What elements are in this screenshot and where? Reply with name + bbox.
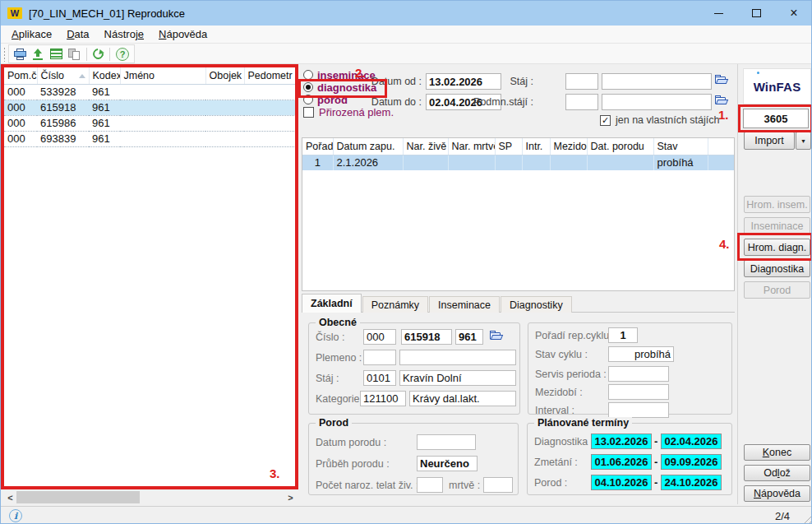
tab-diagnostiky[interactable]: Diagnostiky: [501, 296, 572, 313]
col-kodex[interactable]: Kodex: [89, 67, 120, 84]
scrollbar-thumb[interactable]: [16, 491, 140, 503]
konec-button[interactable]: Konec: [744, 444, 810, 461]
radio-icon: [303, 70, 313, 80]
datum-porodu-field[interactable]: [417, 434, 476, 450]
col-poradi[interactable]: Pořadí: [302, 138, 333, 155]
checkbox-prirozena-plem[interactable]: Přirozená plem.: [303, 106, 394, 118]
resize-grip[interactable]: [801, 513, 811, 523]
stav-cyklu-field[interactable]: probíhá: [608, 346, 674, 362]
cycle-row-selected[interactable]: 1 2.1.2026 probíhá: [302, 155, 735, 170]
scroll-left-icon[interactable]: <: [3, 490, 17, 504]
toolbar-grip[interactable]: [3, 47, 6, 62]
kategorie-code-field[interactable]: 121100: [360, 391, 406, 406]
mezidobi-field[interactable]: [608, 384, 669, 400]
staj-code-field[interactable]: [565, 73, 598, 90]
table-row[interactable]: 000533928961: [4, 84, 297, 100]
col-jmeno[interactable]: Jméno: [120, 67, 205, 84]
book-number-field[interactable]: 3605: [743, 109, 809, 128]
col-dat-porodu[interactable]: Dat. porodu: [587, 138, 653, 155]
import-dropdown-button[interactable]: [796, 132, 811, 150]
diagnostika-od-field[interactable]: 13.02.2026: [591, 434, 652, 449]
inseminace-button: Inseminace: [744, 217, 810, 234]
checkbox-checked-icon: [600, 115, 611, 126]
diagnostika-do-field[interactable]: 02.04.2026: [661, 434, 722, 449]
table-view-icon[interactable]: [50, 49, 62, 59]
refresh-icon[interactable]: [90, 46, 105, 61]
staj-name-field[interactable]: [602, 73, 712, 90]
podmn-staj-code-field[interactable]: [565, 94, 598, 110]
cislo-label: Číslo :: [316, 332, 344, 343]
plemeno-code-field[interactable]: [363, 350, 396, 365]
staj-form-code-field[interactable]: 0101: [363, 370, 396, 386]
col-stav[interactable]: Stav: [653, 138, 708, 155]
tab-zakladni[interactable]: Základní: [302, 294, 362, 313]
zmetani-od-field[interactable]: 01.06.2026: [591, 454, 652, 470]
servis-perioda-field[interactable]: [608, 366, 669, 382]
kategorie-name-field[interactable]: Krávy dal.lakt.: [409, 391, 516, 406]
info-icon[interactable]: i: [9, 509, 22, 522]
zmetani-do-field[interactable]: 09.09.2026: [661, 454, 722, 470]
prubeh-porodu-field[interactable]: Neurčeno: [417, 456, 478, 471]
col-mezidobi[interactable]: Mezidobí: [550, 138, 587, 155]
interval-field[interactable]: [608, 402, 669, 418]
staj-folder-icon[interactable]: [715, 75, 728, 86]
radio-icon: [303, 95, 313, 104]
menu-nastroje[interactable]: Nástroje: [97, 26, 151, 42]
radio-selected-icon: [303, 82, 313, 92]
table-row-selected[interactable]: 000615918961: [4, 100, 297, 115]
napoveda-button[interactable]: Nápověda: [744, 485, 810, 502]
import-button[interactable]: Import: [744, 132, 795, 150]
menu-napoveda[interactable]: Nápověda: [151, 26, 215, 42]
podmn-staj-folder-icon[interactable]: [715, 95, 728, 106]
checkbox-own-stables[interactable]: jen na vlastních stájích: [600, 114, 719, 126]
col-nar-zive[interactable]: Nar. živě: [403, 138, 448, 155]
menu-data[interactable]: Data: [59, 26, 96, 42]
col-pomc[interactable]: Pom.č.: [4, 67, 37, 84]
export-icon[interactable]: [33, 49, 44, 60]
help-icon[interactable]: ?: [116, 48, 129, 61]
poradi-cyklu-field[interactable]: 1: [608, 327, 638, 343]
col-obojek[interactable]: Obojek: [205, 67, 244, 84]
diagnostika-button[interactable]: Diagnostika: [744, 260, 810, 277]
toolbar-separator: [109, 48, 110, 61]
servis-perioda-label: Servis perioda :: [535, 369, 607, 380]
minimize-button[interactable]: [699, 1, 737, 26]
table-row[interactable]: 000615986961: [4, 115, 297, 131]
cycle-list-panel: Pořadí Datum zapu. Nar. živě Nar. mrtvě …: [302, 137, 735, 291]
col-cislo[interactable]: Číslo: [37, 67, 89, 84]
odloz-button[interactable]: Odlož: [744, 465, 810, 481]
stav-cyklu-label: Stav cyklu :: [535, 349, 588, 360]
col-pedometr[interactable]: Pedometr: [244, 67, 297, 84]
plemeno-name-field[interactable]: [399, 350, 516, 365]
menu-aplikace[interactable]: Aplikace: [4, 26, 59, 42]
cislo-part1-field[interactable]: 000: [363, 329, 396, 345]
horizontal-scrollbar[interactable]: < >: [3, 490, 298, 504]
copy-icon[interactable]: [68, 49, 81, 60]
cislo-folder-icon[interactable]: [490, 331, 503, 341]
col-datum-zapu[interactable]: Datum zapu.: [333, 138, 403, 155]
cislo-part3-field[interactable]: 961: [455, 329, 483, 345]
scroll-right-icon[interactable]: >: [284, 490, 298, 504]
tab-inseminace[interactable]: Inseminace: [429, 296, 500, 313]
print-icon[interactable]: [14, 49, 27, 60]
close-button[interactable]: ×: [775, 1, 812, 26]
status-bar: i 2/4: [1, 506, 812, 524]
table-row[interactable]: 000693839961: [4, 131, 297, 146]
hrom-diagn-button[interactable]: Hrom. diagn.: [744, 239, 810, 256]
porod-do-field[interactable]: 24.10.2026: [661, 475, 722, 490]
col-nar-mrtve[interactable]: Nar. mrtvě: [448, 138, 495, 155]
pocet-zive-field[interactable]: [417, 477, 443, 493]
col-intr[interactable]: Intr.: [522, 138, 550, 155]
staj-form-name-field[interactable]: Kravín Dolní: [399, 370, 516, 386]
winfas-logo: WinFAS: [743, 68, 811, 104]
mezidobi-label: Mezidobí :: [535, 387, 583, 398]
sidebar-divider: [737, 64, 738, 504]
podmn-staj-name-field[interactable]: [602, 94, 712, 110]
tab-poznamky[interactable]: Poznámky: [362, 296, 428, 313]
maximize-button[interactable]: [737, 1, 775, 26]
porod-od-field[interactable]: 04.10.2026: [591, 475, 652, 490]
staj-label: Stáj :: [461, 76, 533, 87]
col-sp[interactable]: SP: [495, 138, 522, 155]
cislo-part2-field[interactable]: 615918: [401, 329, 452, 345]
pocet-mrtve-field[interactable]: [483, 477, 513, 493]
